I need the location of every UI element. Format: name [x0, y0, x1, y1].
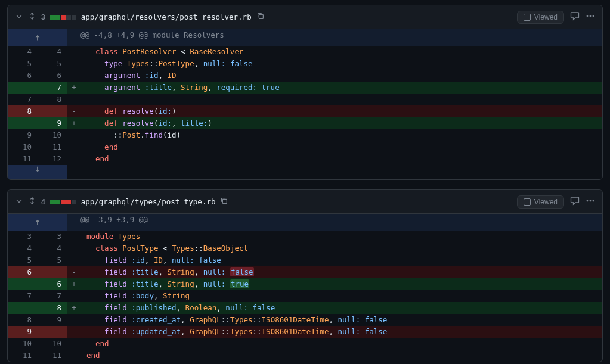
old-line-number[interactable]: 6	[8, 70, 38, 82]
new-line-number[interactable]	[38, 105, 67, 117]
diffstat-box	[61, 15, 66, 20]
file-path[interactable]: app/graphql/types/post_type.rb	[81, 197, 216, 206]
new-line-number[interactable]	[38, 266, 67, 278]
kebab-menu-icon[interactable]	[586, 11, 595, 23]
old-line-number[interactable]: 11	[8, 350, 38, 362]
new-line-number[interactable]: 11	[38, 350, 67, 362]
new-line-number[interactable]: 9	[38, 314, 67, 326]
diff-line[interactable]: 7 8	[8, 94, 602, 105]
code-content: def resolve(id:)	[80, 105, 602, 117]
diffstat-box	[72, 15, 76, 20]
old-line-number[interactable]: 3	[8, 231, 38, 242]
new-line-number[interactable]: 10	[38, 129, 67, 141]
old-line-number[interactable]: 8	[8, 105, 38, 117]
new-line-number[interactable]: 6	[38, 278, 67, 290]
old-line-number[interactable]: 11	[8, 153, 38, 165]
diff-line[interactable]: 9 - field :updated_at, GraphQL::Types::I…	[8, 326, 602, 338]
diff-line[interactable]: 3 3 module Types	[8, 231, 602, 242]
new-line-number[interactable]: 6	[38, 70, 67, 82]
code-content: field :published, Boolean, null: false	[80, 302, 602, 314]
code-content: field :updated_at, GraphQL::Types::ISO86…	[80, 326, 602, 338]
old-line-number[interactable]: 10	[8, 338, 38, 350]
diff-line[interactable]: 4 4 class PostType < Types::BaseObject	[8, 242, 602, 254]
diff-line[interactable]: 7 + argument :title, String, required: t…	[8, 82, 602, 94]
diff-line[interactable]: 11 11 end	[8, 350, 602, 362]
diff-line[interactable]: 11 12 end	[8, 153, 602, 165]
diff-line[interactable]: 4 4 class PostResolver < BaseResolver	[8, 46, 602, 58]
new-line-number[interactable]: 12	[38, 153, 67, 165]
diff-marker	[67, 350, 80, 362]
expand-all-icon[interactable]	[28, 12, 36, 22]
old-line-number[interactable]: 9	[8, 326, 38, 338]
new-line-number[interactable]: 7	[38, 290, 67, 302]
diff-line[interactable]: 10 10 end	[8, 338, 602, 350]
old-line-number[interactable]	[8, 117, 38, 129]
old-line-number[interactable]: 4	[8, 46, 38, 58]
new-line-number[interactable]: 11	[38, 141, 67, 153]
diff-line[interactable]: 8 9 field :created_at, GraphQL::Types::I…	[8, 314, 602, 326]
old-line-number[interactable]: 10	[8, 141, 38, 153]
diff-marker: -	[67, 105, 80, 117]
old-line-number[interactable]: 8	[8, 314, 38, 326]
comment-icon[interactable]	[570, 11, 580, 23]
diff-line[interactable]: 9 + def resolve(id:, title:)	[8, 117, 602, 129]
diff-line[interactable]: 6 + field :title, String, null: true	[8, 278, 602, 290]
diff-line[interactable]: 7 7 field :body, String	[8, 290, 602, 302]
viewed-toggle[interactable]: Viewed	[517, 195, 564, 209]
old-line-number[interactable]: 5	[8, 58, 38, 70]
new-line-number[interactable]: 9	[38, 117, 67, 129]
diff-line[interactable]: 5 5 field :id, ID, null: false	[8, 254, 602, 266]
code-content: argument :id, ID	[80, 70, 602, 82]
old-line-number[interactable]: 5	[8, 254, 38, 266]
diff-line[interactable]: 9 10 ::Post.find(id)	[8, 129, 602, 141]
svg-rect-0	[259, 14, 263, 18]
expand-all-icon[interactable]	[28, 197, 36, 207]
old-line-number[interactable]: 9	[8, 129, 38, 141]
code-content: class PostType < Types::BaseObject	[80, 242, 602, 254]
diff-line[interactable]: 5 5 type Types::PostType, null: false	[8, 58, 602, 70]
old-line-number[interactable]	[8, 82, 38, 94]
diff-marker: +	[67, 278, 80, 290]
comment-icon[interactable]	[570, 196, 580, 207]
old-line-number[interactable]: 7	[8, 290, 38, 302]
old-line-number[interactable]: 7	[8, 94, 38, 105]
change-count: 3	[41, 13, 45, 21]
new-line-number[interactable]: 3	[38, 231, 67, 242]
old-line-number[interactable]: 6	[8, 266, 38, 278]
collapse-toggle-icon[interactable]	[15, 197, 23, 207]
diff-marker	[67, 94, 80, 105]
copy-path-icon[interactable]	[220, 197, 228, 207]
old-line-number[interactable]: 4	[8, 242, 38, 254]
new-line-number[interactable]: 4	[38, 242, 67, 254]
viewed-toggle[interactable]: Viewed	[517, 11, 564, 24]
new-line-number[interactable]: 8	[38, 302, 67, 314]
new-line-number[interactable]: 8	[38, 94, 67, 105]
svg-point-2	[590, 15, 592, 17]
diff-table: @@ -4,8 +4,9 @@ module Resolvers 4 4 cla…	[8, 29, 602, 179]
collapse-toggle-icon[interactable]	[15, 12, 23, 22]
expand-up-button[interactable]	[8, 214, 67, 231]
diff-line[interactable]: 8 + field :published, Boolean, null: fal…	[8, 302, 602, 314]
new-line-number[interactable]: 7	[38, 82, 67, 94]
old-line-number[interactable]	[8, 278, 38, 290]
new-line-number[interactable]: 5	[38, 58, 67, 70]
svg-rect-4	[223, 199, 227, 203]
svg-point-7	[593, 200, 594, 202]
diff-line[interactable]: 6 - field :title, String, null: false	[8, 266, 602, 278]
diff-line[interactable]: 6 6 argument :id, ID	[8, 70, 602, 82]
new-line-number[interactable]: 10	[38, 338, 67, 350]
new-line-number[interactable]: 4	[38, 46, 67, 58]
old-line-number[interactable]	[8, 302, 38, 314]
expand-up-button[interactable]	[8, 29, 67, 46]
diff-line[interactable]: 8 - def resolve(id:)	[8, 105, 602, 117]
copy-path-icon[interactable]	[256, 12, 265, 22]
viewed-label: Viewed	[534, 13, 558, 21]
file-path[interactable]: app/graphql/resolvers/post_resolver.rb	[81, 13, 252, 21]
diff-line[interactable]: 10 11 end	[8, 141, 602, 153]
diff-marker: +	[67, 117, 80, 129]
diffstat	[50, 200, 76, 204]
kebab-menu-icon[interactable]	[586, 196, 595, 207]
expand-down-button[interactable]	[8, 165, 67, 179]
new-line-number[interactable]: 5	[38, 254, 67, 266]
new-line-number[interactable]	[38, 326, 67, 338]
